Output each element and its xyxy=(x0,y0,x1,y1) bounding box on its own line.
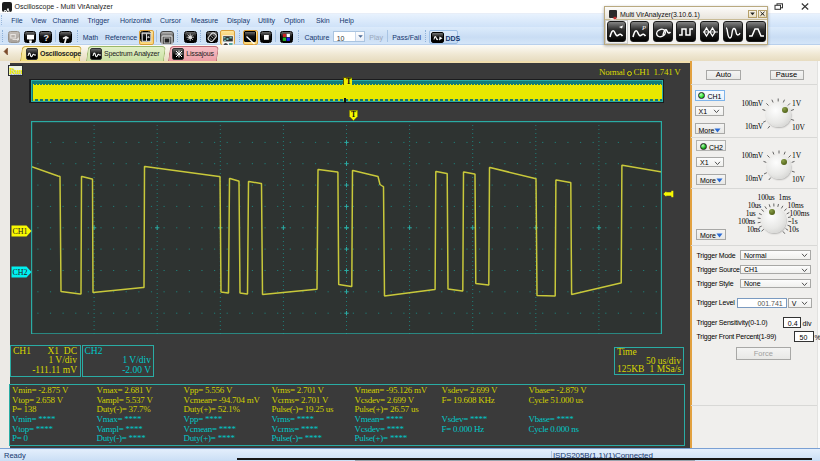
svg-text:CH1: CH1 xyxy=(13,227,28,236)
svg-text:P: P xyxy=(641,24,646,31)
svg-text:T: T xyxy=(351,110,356,119)
svg-text:CH2: CH2 xyxy=(13,267,28,276)
